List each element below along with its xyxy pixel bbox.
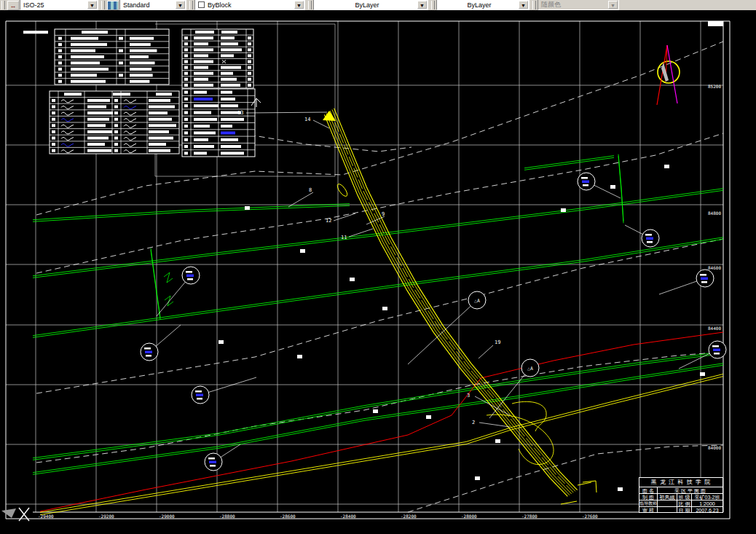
advisor-name: [657, 500, 677, 506]
svg-text:14: 14: [304, 117, 310, 122]
green-boundary-lines: [33, 154, 723, 475]
title-block: 黑 龙 江 科 技 学 院 图 名 采 区 平 面 图 制 图 初凤娥 班 级 …: [639, 477, 723, 513]
class-name: 采矿03-2班: [691, 494, 722, 500]
advisor-label: 指导教师: [639, 500, 657, 506]
linetype-control-combo[interactable]: ByLayer ▼: [313, 0, 428, 10]
svg-text:84000: 84000: [708, 445, 721, 450]
checker-name: [657, 507, 677, 513]
plot-style-control-value: 随颜色: [541, 0, 561, 9]
svg-text:-27800: -27800: [521, 514, 538, 519]
svg-text:3: 3: [467, 393, 470, 398]
lineweight-control-combo[interactable]: ByLayer ▼: [436, 0, 529, 10]
checker-label: 审 核: [639, 507, 657, 513]
chevron-down-icon: ▼: [608, 1, 618, 9]
toolbar-grip[interactable]: [1, 1, 5, 9]
svg-text:13: 13: [237, 110, 243, 116]
toolbar-grip[interactable]: [431, 1, 435, 9]
svg-text:8: 8: [309, 187, 312, 193]
institution-name: 黑 龙 江 科 技 学 院: [639, 479, 722, 485]
drawing-name-label: 图 名: [639, 487, 657, 493]
scale-label: 比 例: [677, 500, 691, 506]
legend-table-c: [50, 91, 179, 154]
color-swatch-icon: [198, 1, 205, 8]
svg-text:84400: 84400: [708, 326, 721, 331]
text-style-value: Standard: [123, 1, 150, 9]
svg-text:19: 19: [495, 339, 500, 345]
drawing-name: 采 区 平 面 图: [657, 487, 722, 493]
plot-style-control-combo: 随颜色 ▼: [538, 0, 619, 10]
svg-text:△A: △A: [527, 366, 533, 372]
chevron-down-icon[interactable]: ▼: [176, 1, 185, 9]
red-line: [40, 332, 723, 511]
borehole-symbols: △A△A: [141, 173, 726, 471]
svg-text:9: 9: [382, 211, 385, 217]
dim-style-combo[interactable]: ISO-25 ▼: [20, 0, 98, 10]
color-control-value: ByBlock: [208, 1, 232, 9]
legend-table-b: [182, 29, 253, 88]
chevron-down-icon[interactable]: ▼: [294, 1, 304, 9]
svg-text:-28600: -28600: [280, 514, 296, 519]
svg-text:-29000: -29000: [159, 514, 175, 519]
svg-text:12: 12: [326, 218, 331, 224]
linetype-control-value: ByLayer: [355, 1, 379, 9]
chevron-down-icon[interactable]: ▼: [519, 1, 528, 9]
toolbar-grip[interactable]: [308, 1, 312, 9]
model-space[interactable]: △A△A131412118919328520084800846008440084…: [0, 10, 756, 534]
svg-text:84800: 84800: [708, 211, 721, 216]
svg-text:-28400: -28400: [340, 514, 356, 519]
svg-text:2: 2: [472, 420, 475, 425]
svg-text:-28800: -28800: [219, 514, 235, 519]
cad-viewport[interactable]: △A△A131412118919328520084800846008440084…: [0, 10, 756, 534]
legend-table-a: [23, 29, 169, 85]
legend-table-d: [182, 89, 255, 157]
svg-text:-29200: -29200: [98, 514, 114, 519]
drafter-name: 初凤娥: [657, 494, 677, 500]
chevron-down-icon[interactable]: ▼: [417, 1, 427, 9]
north-arrow: [657, 45, 680, 105]
scale-value: 1:2000: [691, 500, 722, 506]
svg-text:△A: △A: [474, 298, 480, 304]
text-style-combo[interactable]: Standard ▼: [119, 0, 186, 10]
drafter-label: 制 图: [639, 494, 657, 500]
svg-text:-28200: -28200: [401, 514, 417, 519]
date-value: 2007.6.23: [691, 507, 722, 513]
svg-text:85200: 85200: [708, 84, 721, 89]
svg-text:-28000: -28000: [461, 514, 477, 519]
dim-style-icon[interactable]: ↔: [7, 1, 19, 10]
class-label: 班 级: [677, 494, 691, 500]
color-control-combo[interactable]: ByBlock ▼: [194, 0, 305, 10]
toolbar-grip[interactable]: [532, 1, 536, 9]
toolbar-grip[interactable]: [189, 1, 193, 9]
toolbar: ↔ ISO-25 ▼ Standard ▼ ByBlock ▼ ByLayer …: [0, 0, 756, 11]
chevron-down-icon[interactable]: ▼: [87, 1, 97, 9]
svg-text:11: 11: [341, 235, 347, 240]
svg-text:-27600: -27600: [582, 514, 598, 519]
svg-text:84600: 84600: [708, 265, 721, 270]
toolbar-grip[interactable]: [101, 1, 105, 9]
dim-style-value: ISO-25: [23, 1, 44, 9]
lineweight-control-value: ByLayer: [467, 1, 491, 9]
svg-text:-29400: -29400: [38, 514, 54, 519]
date-label: 日 期: [677, 507, 691, 513]
text-style-icon[interactable]: [107, 1, 119, 10]
